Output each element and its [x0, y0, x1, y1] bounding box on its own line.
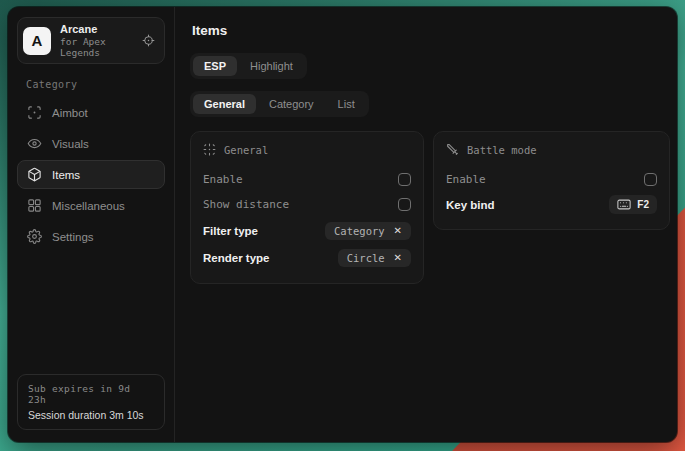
tab-highlight[interactable]: Highlight: [239, 56, 304, 76]
keyboard-icon: [617, 199, 631, 210]
select-value: Circle: [347, 252, 385, 264]
session-info-box: Sub expires in 9d 23h Session duration 3…: [17, 374, 165, 430]
sidebar-item-visuals[interactable]: Visuals: [17, 129, 165, 158]
crosshair-icon: [27, 105, 42, 120]
clear-icon[interactable]: ✕: [394, 253, 402, 263]
setting-row-filter-type: Filter type Category ✕: [203, 217, 411, 244]
brand-subtitle: for Apex Legends: [60, 36, 133, 58]
setting-label: Key bind: [446, 199, 495, 211]
panel-general: General Enable Show distance Filter type…: [190, 131, 424, 284]
select-value: Category: [334, 225, 385, 237]
show-distance-checkbox[interactable]: [398, 198, 411, 211]
setting-row-show-distance: Show distance: [203, 192, 411, 217]
gear-icon: [27, 229, 42, 244]
session-duration-text: Session duration 3m 10s: [28, 409, 154, 421]
panel-battle-mode: Battle mode Enable Key bind: [433, 131, 670, 230]
sidebar-item-miscellaneous[interactable]: Miscellaneous: [17, 191, 165, 220]
sword-icon: [446, 143, 459, 156]
sidebar-section-label: Category: [26, 79, 156, 90]
eye-icon: [27, 136, 42, 151]
brand-card: A Arcane for Apex Legends: [17, 17, 165, 64]
mode-tab-group: ESP Highlight: [190, 53, 307, 79]
sidebar-item-label: Settings: [52, 231, 94, 243]
crosshair-dashed-icon: [203, 143, 216, 156]
tab-list[interactable]: List: [327, 94, 366, 114]
setting-row-render-type: Render type Circle ✕: [203, 244, 411, 271]
filter-type-select[interactable]: Category ✕: [325, 222, 411, 240]
panel-battle-header: Battle mode: [446, 143, 657, 156]
clear-icon[interactable]: ✕: [394, 226, 402, 236]
grid-icon: [27, 198, 42, 213]
brand-name: Arcane: [60, 23, 133, 35]
setting-row-battle-enable: Enable: [446, 167, 657, 192]
sidebar-item-label: Aimbot: [52, 107, 88, 119]
setting-label: Enable: [203, 173, 243, 186]
target-icon[interactable]: [142, 34, 155, 47]
sidebar-item-items[interactable]: Items: [17, 160, 165, 189]
sidebar-item-label: Miscellaneous: [52, 200, 125, 212]
tab-general[interactable]: General: [193, 94, 256, 114]
brand-text: Arcane for Apex Legends: [60, 23, 133, 58]
enable-checkbox[interactable]: [398, 173, 411, 186]
sidebar-item-label: Visuals: [52, 138, 89, 150]
keybind-button[interactable]: F2: [609, 195, 657, 214]
tab-category[interactable]: Category: [258, 94, 325, 114]
battle-enable-checkbox[interactable]: [644, 173, 657, 186]
sidebar-item-label: Items: [52, 169, 80, 181]
render-type-select[interactable]: Circle ✕: [338, 249, 411, 267]
sub-expires-text: Sub expires in 9d 23h: [28, 383, 154, 405]
panel-title: Battle mode: [467, 144, 537, 156]
sidebar: A Arcane for Apex Legends Category Aimbo: [8, 7, 175, 442]
sub-tab-group: General Category List: [190, 91, 369, 117]
keybind-value: F2: [637, 199, 649, 210]
page-title: Items: [192, 23, 670, 38]
setting-row-enable: Enable: [203, 167, 411, 192]
sidebar-item-settings[interactable]: Settings: [17, 222, 165, 251]
panel-title: General: [224, 144, 268, 156]
setting-label: Render type: [203, 252, 269, 264]
setting-row-key-bind: Key bind F2: [446, 192, 657, 217]
package-icon: [27, 167, 42, 182]
setting-label: Filter type: [203, 225, 258, 237]
menu-window: A Arcane for Apex Legends Category Aimbo: [8, 7, 677, 442]
setting-label: Enable: [446, 173, 486, 186]
main-content: Items ESP Highlight General Category Lis…: [175, 7, 677, 442]
setting-label: Show distance: [203, 198, 289, 211]
brand-logo: A: [23, 27, 51, 55]
sidebar-item-aimbot[interactable]: Aimbot: [17, 98, 165, 127]
tab-esp[interactable]: ESP: [193, 56, 237, 76]
panels-row: General Enable Show distance Filter type…: [190, 131, 670, 284]
panel-general-header: General: [203, 143, 411, 156]
